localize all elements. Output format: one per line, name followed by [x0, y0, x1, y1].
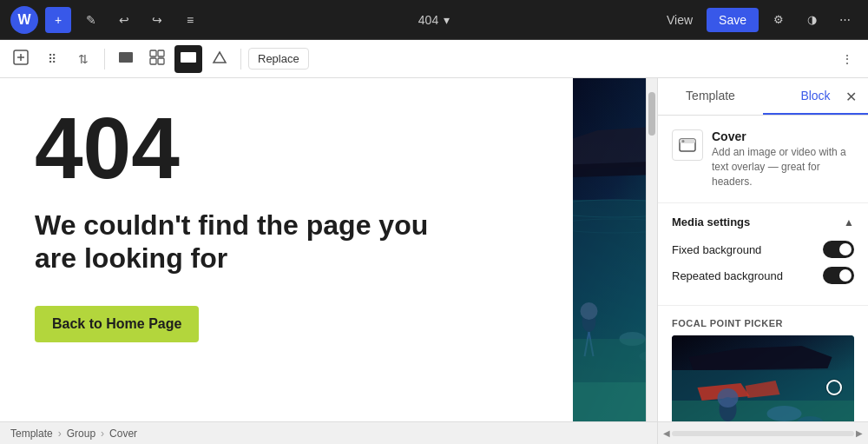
redo-button[interactable]: ↪ [144, 7, 170, 33]
inserter-button[interactable]: + [45, 7, 71, 33]
move-up-down[interactable]: ⇅ [69, 45, 97, 73]
block-toolbar: ⠿ ⇅ Replace ⋮ [0, 40, 868, 78]
svg-point-28 [767, 406, 802, 421]
fixed-background-label: Fixed background [672, 243, 761, 256]
align-grid-icon [149, 50, 165, 68]
transform-icon [13, 50, 29, 68]
horizontal-scrollbar[interactable]: ◀ ▶ [657, 422, 868, 444]
repeated-background-row: Repeated background [672, 267, 854, 284]
toolbar-divider-1 [104, 49, 105, 70]
list-view-button[interactable]: ≡ [177, 7, 203, 33]
scroll-right-button[interactable]: ▶ [854, 428, 865, 438]
settings-button[interactable]: ⚙ [766, 7, 792, 33]
focal-point-section: FOCAL POINT PICKER [658, 306, 868, 421]
chevron-up-icon: ▲ [844, 216, 854, 229]
error-code: 404 [35, 104, 538, 191]
media-settings-title: Media settings [672, 215, 750, 229]
save-button[interactable]: Save [707, 8, 759, 32]
svg-rect-6 [181, 52, 196, 63]
error-message: We couldn't find the page you are lookin… [35, 209, 469, 275]
cover-block-icon [672, 129, 703, 161]
drag-handle[interactable]: ⠿ [38, 45, 66, 73]
arrows-icon: ⇅ [78, 52, 89, 66]
focal-image[interactable] [672, 335, 854, 421]
page-title: 404 [418, 13, 438, 27]
undo-button[interactable]: ↩ [111, 7, 137, 33]
triangle-button[interactable] [206, 45, 233, 73]
svg-rect-1 [119, 52, 133, 63]
dots-icon: ⋯ [839, 13, 851, 26]
top-toolbar: W + ✎ ↩ ↪ ≡ 404 ▾ View Save ⚙ ◑ ⋯ [0, 0, 868, 40]
vertical-scrollbar[interactable] [646, 78, 657, 421]
wp-logo[interactable]: W [10, 6, 38, 34]
pencil-icon: ✎ [86, 13, 96, 27]
gear-icon: ⚙ [773, 13, 784, 26]
cover-block-info: Cover Add an image or video with a text … [658, 116, 868, 203]
cover-background-svg [573, 78, 657, 421]
breadcrumb-sep-2: › [101, 427, 104, 440]
repeated-background-toggle[interactable] [823, 267, 854, 284]
breadcrumb: Template › Group › Cover [0, 427, 657, 440]
svg-rect-3 [158, 50, 164, 56]
breadcrumb-template[interactable]: Template [10, 427, 53, 440]
cover-image [573, 78, 657, 421]
fixed-background-row: Fixed background [672, 241, 854, 258]
align-wide-icon [181, 50, 196, 68]
fixed-background-toggle[interactable] [823, 241, 854, 258]
focal-point-marker[interactable] [826, 380, 842, 395]
scroll-thumb [648, 92, 655, 136]
align-wide-button[interactable] [174, 45, 202, 73]
tab-template[interactable]: Template [658, 78, 763, 115]
section-header: Media settings ▲ [672, 215, 854, 229]
focal-point-label: FOCAL POINT PICKER [672, 318, 854, 328]
contrast-icon: ◑ [807, 13, 817, 26]
media-settings-section: Media settings ▲ Fixed background Repeat… [658, 203, 868, 306]
drag-icon: ⠿ [48, 52, 56, 66]
undo-icon: ↩ [119, 13, 129, 27]
svg-rect-25 [672, 401, 854, 421]
cover-text-block: Cover Add an image or video with a text … [712, 129, 854, 189]
svg-rect-2 [150, 50, 156, 56]
right-panel: Template Block ✕ Cover Add an image or v… [657, 78, 868, 421]
svg-marker-7 [214, 52, 226, 63]
page-title-selector[interactable]: 404 ▾ [418, 13, 450, 27]
transform-button[interactable] [7, 45, 35, 73]
content-area: 404 We couldn't find the page you are lo… [0, 78, 657, 421]
align-left-button[interactable] [112, 45, 140, 73]
plus-icon: + [55, 13, 62, 27]
chevron-down-icon: ▾ [444, 13, 450, 27]
page-content: 404 We couldn't find the page you are lo… [0, 78, 573, 421]
svg-rect-4 [150, 58, 156, 64]
redo-icon: ↪ [152, 13, 162, 27]
pencil-button[interactable]: ✎ [78, 7, 104, 33]
contrast-button[interactable]: ◑ [799, 7, 825, 33]
panel-close-button[interactable]: ✕ [840, 86, 861, 107]
scroll-left-button[interactable]: ◀ [661, 428, 672, 438]
cover-block-description: Add an image or video with a text overla… [712, 145, 854, 189]
list-icon: ≡ [187, 13, 194, 27]
breadcrumb-sep-1: › [58, 427, 62, 440]
bottom-bar: Template › Group › Cover ◀ ▶ [0, 421, 868, 444]
cover-block-title: Cover [712, 129, 854, 143]
svg-rect-5 [158, 58, 164, 64]
svg-point-15 [581, 302, 598, 320]
back-to-home-button[interactable]: Back to Home Page [35, 306, 199, 342]
panel-header: Template Block ✕ [658, 78, 868, 116]
svg-point-27 [718, 388, 739, 408]
breadcrumb-cover[interactable]: Cover [109, 427, 137, 440]
align-left-icon [118, 50, 134, 68]
more-vertical-icon: ⋮ [841, 52, 853, 66]
more-options-button[interactable]: ⋯ [832, 7, 858, 33]
repeated-background-label: Repeated background [672, 269, 783, 282]
collapse-button[interactable]: ▲ [844, 216, 854, 229]
more-block-options[interactable]: ⋮ [833, 45, 861, 73]
replace-button[interactable]: Replace [248, 48, 309, 70]
view-button[interactable]: View [660, 10, 700, 30]
scroll-track[interactable] [672, 431, 854, 436]
svg-rect-19 [573, 382, 657, 421]
breadcrumb-group[interactable]: Group [67, 427, 95, 440]
panel-content: Cover Add an image or video with a text … [658, 116, 868, 421]
toolbar-right: View Save ⚙ ◑ ⋯ [660, 7, 858, 33]
toolbar-divider-2 [240, 49, 241, 70]
align-grid-button[interactable] [143, 45, 171, 73]
